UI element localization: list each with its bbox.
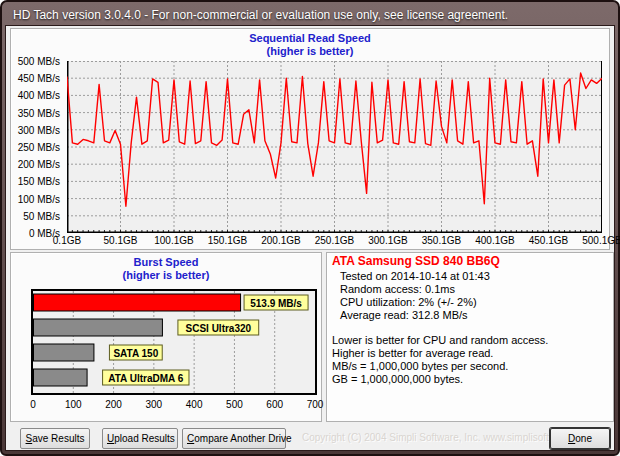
x-axis-tick-label: 450.1GB bbox=[524, 235, 574, 246]
burst-bar-label: 513.9 MB/s bbox=[250, 298, 302, 309]
burst-x-axis-tick-label: 400 bbox=[179, 399, 209, 410]
burst-bar bbox=[34, 294, 241, 311]
burst-x-labels: 0100200300400500600700 bbox=[31, 399, 317, 411]
seq-x-labels: 0.1GB50.1GB100.1GB150.1GB200.1GB250.1GB3… bbox=[67, 235, 602, 248]
window-title: HD Tach version 3.0.4.0 - For non-commer… bbox=[13, 8, 508, 22]
chart-subtitle: (higher is better) bbox=[11, 269, 321, 282]
burst-plot: 513.9 MB/sSCSI Ultra320SATA 150ATA Ultra… bbox=[33, 291, 315, 393]
x-axis-tick-label: 100.1GB bbox=[149, 235, 199, 246]
chart-title: Sequential Read Speed bbox=[11, 32, 609, 45]
x-axis-tick-label: 0.1GB bbox=[42, 235, 92, 246]
y-axis-tick-label: 250 MB/s bbox=[18, 142, 60, 153]
client-area: Sequential Read Speed (higher is better)… bbox=[5, 25, 615, 451]
save-results-button[interactable]: Save Results bbox=[20, 428, 90, 449]
drive-title: ATA Samsung SSD 840 BB6Q bbox=[332, 255, 608, 268]
sequential-read-chart-title: Sequential Read Speed (higher is better) bbox=[11, 29, 609, 58]
burst-speed-panel: Burst Speed (higher is better) 513.9 MB/… bbox=[10, 252, 322, 422]
burst-bar bbox=[34, 319, 163, 336]
done-label: Done bbox=[555, 429, 605, 448]
note-line: MB/s = 1,000,000 bytes per second. bbox=[332, 360, 608, 373]
y-axis-tick-label: 450 MB/s bbox=[18, 73, 60, 84]
sequential-read-plot bbox=[67, 61, 602, 233]
notes-block: Lower is better for CPU and random acces… bbox=[332, 334, 608, 386]
y-axis-tick-label: 200 MB/s bbox=[18, 159, 60, 170]
chart-subtitle: (higher is better) bbox=[11, 45, 609, 58]
note-line: GB = 1,000,000,000 bytes. bbox=[332, 373, 608, 386]
upload-results-button[interactable]: Upload Results bbox=[102, 428, 178, 449]
x-axis-tick-label: 200.1GB bbox=[256, 235, 306, 246]
app-window: HD Tach version 3.0.4.0 - For non-commer… bbox=[0, 0, 620, 456]
note-line: Higher is better for average read. bbox=[332, 347, 608, 360]
burst-x-axis-tick-label: 300 bbox=[139, 399, 169, 410]
tested-on-line: Tested on 2014-10-14 at 01:43 bbox=[340, 270, 608, 283]
y-axis-tick-label: 50 MB/s bbox=[23, 211, 60, 222]
burst-bar-label: SATA 150 bbox=[113, 348, 158, 359]
x-axis-tick-label: 500.1GB bbox=[577, 235, 620, 246]
burst-x-axis-tick-label: 500 bbox=[219, 399, 249, 410]
x-axis-tick-label: 350.1GB bbox=[417, 235, 467, 246]
sequential-read-panel: Sequential Read Speed (higher is better)… bbox=[10, 28, 610, 250]
burst-speed-chart-title: Burst Speed (higher is better) bbox=[11, 253, 321, 282]
burst-x-axis-tick-label: 100 bbox=[58, 399, 88, 410]
burst-bar bbox=[34, 344, 94, 361]
y-axis-tick-label: 500 MB/s bbox=[18, 56, 60, 67]
y-axis-tick-label: 400 MB/s bbox=[18, 90, 60, 101]
random-access-line: Random access: 0.1ms bbox=[340, 283, 608, 296]
x-axis-tick-label: 250.1GB bbox=[310, 235, 360, 246]
chart-title: Burst Speed bbox=[11, 256, 321, 269]
burst-bar-label: ATA UltraDMA 6 bbox=[108, 373, 183, 384]
upload-results-label: Upload Results bbox=[107, 429, 173, 448]
burst-x-axis-tick-label: 0 bbox=[18, 399, 48, 410]
y-axis-tick-label: 300 MB/s bbox=[18, 125, 60, 136]
drive-info-panel: ATA Samsung SSD 840 BB6Q Tested on 2014-… bbox=[326, 252, 614, 422]
burst-plot-area: 513.9 MB/sSCSI Ultra320SATA 150ATA Ultra… bbox=[31, 289, 317, 395]
average-read-line: Average read: 312.8 MB/s bbox=[340, 309, 608, 322]
y-axis-tick-label: 150 MB/s bbox=[18, 176, 60, 187]
compare-another-drive-label: Compare Another Drive bbox=[187, 429, 281, 448]
seq-y-labels: 500 MB/s450 MB/s400 MB/s350 MB/s300 MB/s… bbox=[13, 61, 63, 233]
copyright-watermark: Copyright (C) 2004 Simpli Software, Inc.… bbox=[302, 432, 542, 443]
y-axis-tick-label: 350 MB/s bbox=[18, 108, 60, 119]
burst-bar bbox=[34, 369, 88, 386]
note-line: Lower is better for CPU and random acces… bbox=[332, 334, 608, 347]
y-axis-tick-label: 100 MB/s bbox=[18, 194, 60, 205]
cpu-utilization-line: CPU utilization: 2% (+/- 2%) bbox=[340, 296, 608, 309]
x-axis-tick-label: 400.1GB bbox=[470, 235, 520, 246]
save-results-label: Save Results bbox=[25, 429, 85, 448]
x-axis-tick-label: 50.1GB bbox=[96, 235, 146, 246]
x-axis-tick-label: 300.1GB bbox=[363, 235, 413, 246]
x-axis-tick-label: 150.1GB bbox=[203, 235, 253, 246]
burst-x-axis-tick-label: 600 bbox=[260, 399, 290, 410]
burst-x-axis-tick-label: 200 bbox=[99, 399, 129, 410]
sequential-read-plot-area bbox=[67, 61, 602, 233]
burst-bar-label: SCSI Ultra320 bbox=[186, 323, 252, 334]
title-bar[interactable]: HD Tach version 3.0.4.0 - For non-commer… bbox=[5, 5, 615, 25]
compare-another-drive-button[interactable]: Compare Another Drive bbox=[182, 428, 286, 449]
done-button[interactable]: Done bbox=[550, 428, 610, 449]
